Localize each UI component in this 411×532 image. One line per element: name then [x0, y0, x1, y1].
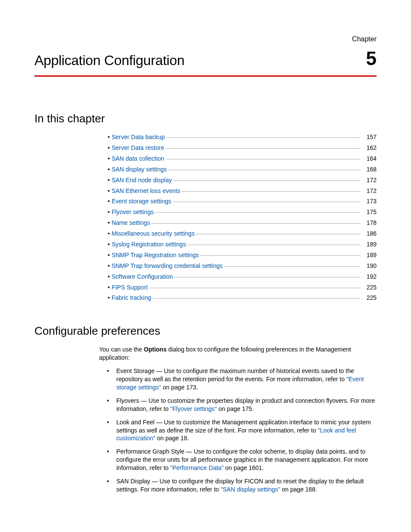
toc-row: •Event storage settings173: [108, 197, 377, 205]
toc-page: 173: [362, 197, 377, 205]
toc-page: 164: [362, 155, 377, 163]
toc-page: 172: [362, 176, 377, 184]
toc-link[interactable]: SAN End node display: [112, 176, 172, 184]
chapter-number: 5: [366, 46, 377, 71]
toc-link[interactable]: SAN display settings: [112, 165, 167, 174]
preference-item: Look and Feel — Use to customize the Man…: [107, 418, 377, 443]
toc-page: 178: [362, 219, 377, 227]
toc-leader: [166, 159, 360, 159]
preference-title: Look and Feel: [116, 419, 155, 426]
toc-row: •Software Configuration192: [108, 273, 377, 281]
toc-row: •Syslog Registration settings189: [108, 240, 377, 249]
toc-row: •Name settings178: [108, 219, 377, 227]
toc-page: 189: [362, 251, 377, 259]
toc-link[interactable]: SNMP Trap forwarding credential settings: [112, 262, 223, 270]
toc-list: •Server Data backup157•Server Data resto…: [108, 133, 377, 302]
toc-page: 225: [362, 294, 377, 302]
chapter-title: Application Configuration: [34, 51, 184, 70]
toc-row: •SNMP Trap forwarding credential setting…: [108, 262, 377, 270]
toc-link[interactable]: Software Configuration: [112, 273, 173, 281]
toc-row: •FIPS Support225: [108, 283, 377, 292]
bullet-icon: •: [108, 165, 110, 174]
bullet-icon: •: [108, 230, 110, 238]
preference-text-trail: on page 1601.: [224, 464, 264, 471]
toc-link[interactable]: Flyover settings: [112, 208, 154, 216]
toc-link[interactable]: Server Data backup: [112, 133, 165, 141]
toc-link[interactable]: SNMP Trap Registration settings: [112, 251, 199, 259]
toc-leader: [156, 212, 360, 213]
preference-link[interactable]: "SAN display settings": [221, 486, 280, 493]
toc-heading: In this chapter: [34, 111, 377, 126]
bullet-icon: •: [108, 251, 110, 259]
toc-leader: [173, 202, 360, 202]
bullet-icon: •: [108, 262, 110, 270]
bullet-icon: •: [108, 273, 110, 281]
toc-leader: [149, 288, 360, 288]
preference-item: SAN Display — Use to configure the displ…: [107, 477, 377, 494]
intro-paragraph: You can use the Options dialog box to co…: [99, 345, 377, 362]
preference-item: Performance Graph Style — Use to configu…: [107, 448, 377, 472]
toc-row: •Miscellaneous security settings186: [108, 230, 377, 238]
bullet-icon: •: [108, 208, 110, 216]
toc-link[interactable]: FIPS Support: [112, 283, 148, 292]
toc-row: •SAN data collection164: [108, 155, 377, 163]
toc-row: •Flyover settings175: [108, 208, 377, 216]
toc-page: 175: [362, 208, 377, 216]
preference-text-trail: on page 173.: [161, 384, 198, 391]
preference-link[interactable]: "Performance Data": [170, 464, 224, 471]
toc-link[interactable]: SAN Ethernet loss events: [112, 187, 181, 195]
bullet-icon: •: [108, 240, 110, 249]
toc-leader: [188, 245, 360, 245]
preference-item: Flyovers — Use to customize the properti…: [107, 397, 377, 413]
chapter-label: Chapter: [34, 34, 377, 44]
preference-link[interactable]: "Flyover settings": [170, 405, 217, 412]
toc-row: •Fabric tracking225: [108, 294, 377, 302]
toc-leader: [167, 137, 360, 138]
toc-page: 157: [362, 133, 377, 141]
toc-leader: [166, 148, 360, 149]
toc-page: 168: [362, 165, 377, 174]
preference-text-trail: on page 175.: [217, 405, 254, 412]
section-heading: Configurable preferences: [34, 324, 377, 339]
toc-leader: [201, 255, 360, 256]
intro-bold: Options: [144, 346, 167, 353]
preference-item: Event Storage — Use to configure the max…: [107, 367, 377, 392]
bullet-icon: •: [108, 283, 110, 292]
bullet-icon: •: [108, 176, 110, 184]
toc-leader: [168, 170, 360, 170]
toc-link[interactable]: SAN data collection: [112, 155, 164, 163]
bullet-icon: •: [108, 294, 110, 302]
preference-text-trail: on page 168.: [280, 486, 317, 493]
preferences-list: Event Storage — Use to configure the max…: [107, 367, 377, 494]
bullet-icon: •: [108, 144, 110, 152]
preference-title: SAN Display: [116, 478, 150, 485]
preference-title: Flyovers: [116, 397, 139, 404]
toc-leader: [153, 298, 360, 299]
red-divider: [34, 75, 377, 77]
toc-page: 186: [362, 230, 377, 238]
toc-page: 162: [362, 144, 377, 152]
toc-row: •SAN display settings168: [108, 165, 377, 174]
bullet-icon: •: [108, 197, 110, 205]
toc-link[interactable]: Server Data restore: [112, 144, 164, 152]
toc-page: 190: [362, 262, 377, 270]
toc-link[interactable]: Fabric tracking: [112, 294, 151, 302]
toc-page: 225: [362, 283, 377, 292]
toc-link[interactable]: Syslog Registration settings: [112, 240, 186, 249]
toc-leader: [174, 180, 360, 181]
toc-row: •Server Data backup157: [108, 133, 377, 141]
intro-a: You can use the: [99, 346, 144, 353]
toc-row: •SAN Ethernet loss events172: [108, 187, 377, 195]
toc-leader: [196, 234, 360, 234]
preference-title: Performance Graph Style: [116, 448, 184, 455]
toc-page: 189: [362, 240, 377, 249]
toc-leader: [152, 223, 360, 224]
toc-page: 172: [362, 187, 377, 195]
toc-page: 192: [362, 273, 377, 281]
toc-link[interactable]: Event storage settings: [112, 197, 171, 205]
toc-leader: [224, 266, 360, 267]
toc-link[interactable]: Miscellaneous security settings: [112, 230, 195, 238]
toc-link[interactable]: Name settings: [112, 219, 150, 227]
toc-row: •SAN End node display172: [108, 176, 377, 184]
toc-leader: [182, 191, 360, 192]
